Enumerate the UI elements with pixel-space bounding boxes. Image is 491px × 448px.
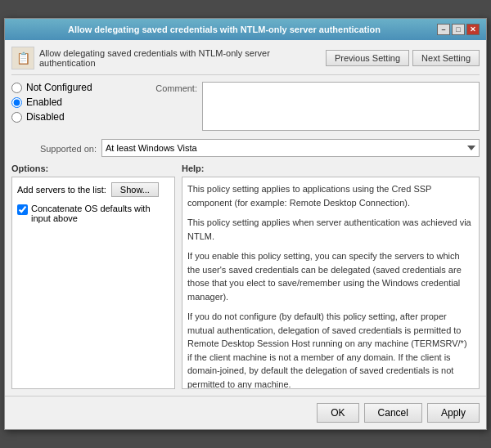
bottom-bar: OK Cancel Apply <box>5 396 486 429</box>
previous-setting-button[interactable]: Previous Setting <box>326 50 409 66</box>
disabled-radio[interactable] <box>11 112 22 123</box>
not-configured-radio[interactable] <box>11 83 22 93</box>
maximize-button[interactable]: □ <box>452 24 465 35</box>
close-button[interactable]: ✕ <box>466 24 480 35</box>
supported-on-row: Supported on: At least Windows Vista <box>11 139 480 157</box>
header-policy-title: Allow delegating saved credentials with … <box>39 48 326 68</box>
policy-icon-symbol: 📋 <box>16 52 30 65</box>
comment-textarea[interactable] <box>202 82 480 131</box>
help-paragraph: This policy setting applies to applicati… <box>187 182 474 209</box>
two-column-area: Add servers to the list: Show... Concate… <box>11 177 480 389</box>
window-controls: – □ ✕ <box>437 24 480 35</box>
radio-section: Not Configured Enabled Disabled <box>11 82 106 128</box>
next-setting-button[interactable]: Next Setting <box>412 50 480 66</box>
ok-button[interactable]: OK <box>317 403 358 423</box>
minimize-button[interactable]: – <box>437 24 450 35</box>
enabled-label[interactable]: Enabled <box>26 96 62 108</box>
radio-disabled: Disabled <box>11 111 106 123</box>
apply-button[interactable]: Apply <box>427 403 480 423</box>
comment-row: Comment: <box>112 82 480 131</box>
help-paragraph: This policy setting applies when server … <box>187 216 474 243</box>
main-window: Allow delegating saved credentials with … <box>4 18 487 430</box>
window-content: 📋 Allow delegating saved credentials wit… <box>5 40 486 396</box>
help-content: This policy setting applies to applicati… <box>187 182 474 389</box>
header-left: 📋 Allow delegating saved credentials wit… <box>11 47 326 69</box>
help-section-label: Help: <box>182 164 480 173</box>
add-servers-label: Add servers to the list: <box>17 185 106 195</box>
radio-not-configured: Not Configured <box>11 82 106 93</box>
title-bar: Allow delegating saved credentials with … <box>5 19 486 40</box>
add-servers-row: Add servers to the list: Show... <box>17 182 169 197</box>
policy-icon: 📋 <box>11 47 34 69</box>
header-row: 📋 Allow delegating saved credentials wit… <box>11 47 480 75</box>
enabled-radio[interactable] <box>11 97 22 108</box>
help-paragraph: If you do not configure (by default) thi… <box>187 310 474 389</box>
options-section-label: Options: <box>11 164 175 173</box>
concatenate-label[interactable]: Concatenate OS defaults with input above <box>31 204 169 223</box>
window-title: Allow delegating saved credentials with … <box>11 25 437 34</box>
header-buttons: Previous Setting Next Setting <box>326 50 480 66</box>
comment-label: Comment: <box>112 82 202 131</box>
cancel-button[interactable]: Cancel <box>364 403 422 423</box>
radio-enabled: Enabled <box>11 96 106 108</box>
comment-section: Comment: <box>112 82 480 134</box>
help-panel: This policy setting applies to applicati… <box>182 177 480 389</box>
not-configured-label[interactable]: Not Configured <box>26 82 92 93</box>
options-panel: Add servers to the list: Show... Concate… <box>11 177 175 389</box>
concatenate-checkbox[interactable] <box>17 204 28 215</box>
concatenate-row: Concatenate OS defaults with input above <box>17 204 169 223</box>
help-paragraph: If you enable this policy setting, you c… <box>187 249 474 303</box>
show-button[interactable]: Show... <box>111 182 159 197</box>
supported-on-select[interactable]: At least Windows Vista <box>101 139 480 157</box>
disabled-label[interactable]: Disabled <box>26 111 65 123</box>
supported-on-label: Supported on: <box>11 142 101 154</box>
section-labels: Options: Help: <box>11 164 480 173</box>
